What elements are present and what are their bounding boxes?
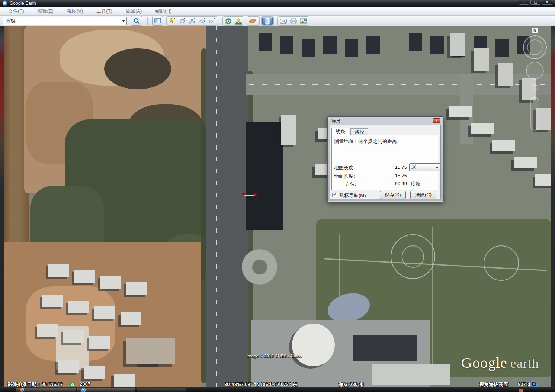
minimize-button[interactable]: – [519, 0, 529, 5]
compass-ring [523, 36, 546, 59]
map-tree-line [201, 48, 206, 383]
save-image-button[interactable] [299, 17, 308, 25]
watermark-google: Google [461, 354, 507, 372]
map-building-cluster [259, 33, 272, 51]
save-image-icon [300, 18, 307, 24]
chevron-down-icon [122, 20, 125, 22]
ruler-icon [265, 18, 270, 25]
taskbar-app-button-3[interactable] [137, 388, 186, 392]
map-park-circle-path [484, 245, 519, 281]
app-icon [3, 1, 7, 6]
add-path-button[interactable] [187, 17, 197, 25]
map-park-path [432, 227, 433, 376]
ruler-button[interactable] [262, 17, 273, 25]
save-button[interactable]: 保存(S) [380, 191, 406, 199]
clear-button[interactable]: 清除(C) [410, 191, 436, 199]
image-overlay-icon [199, 17, 206, 25]
menu-help[interactable]: 帮助(H) [150, 7, 177, 16]
google-earth-watermark: Google earth [461, 354, 539, 372]
map-road-vertical [206, 26, 248, 387]
maximize-button[interactable]: ▢ [530, 0, 540, 5]
toolbar-separator [147, 17, 148, 25]
map-road-lane-line [227, 26, 227, 387]
compass-north-label: N [533, 28, 536, 32]
map-road-lane-line [237, 26, 237, 387]
map-length-label: 地图长度: [334, 164, 355, 171]
dialog-close-button[interactable]: x [433, 118, 440, 123]
history-year: 2007 [80, 381, 90, 387]
window-border-left [0, 26, 4, 387]
taskbar-app-button-2[interactable] [77, 388, 135, 392]
map-length-value: 15.75 [384, 164, 407, 170]
sidebar-toggle-button[interactable] [152, 16, 163, 26]
toolbar-group-create [166, 16, 218, 26]
measure-endpoint-end[interactable] [254, 193, 257, 196]
mouse-nav-label: 鼠标导航(M) [339, 192, 366, 199]
title-bar[interactable]: Google Earth – ▢ x [0, 0, 555, 7]
heading-value: 90.49 [384, 181, 407, 186]
close-button[interactable]: x [542, 0, 552, 5]
add-image-overlay-button[interactable] [198, 17, 207, 25]
map-building-cluster [450, 33, 465, 56]
ruler-dialog-body: 线条 路径 测量地面上两个点之间的距离 地图长度: 15.75 米 地面长度: … [330, 125, 441, 199]
search-button[interactable] [131, 16, 142, 26]
map-building-dark-slab [246, 122, 283, 230]
mouse-nav-checkbox[interactable] [332, 193, 337, 197]
google-earth-window: N Google Earth – ▢ x 文件(F) 编辑(E) 视图(V) 工… [0, 0, 555, 392]
window-title: Google Earth [10, 1, 36, 6]
measure-line [244, 195, 255, 196]
toolbar-group-planets [247, 16, 260, 26]
map-building-dark [353, 335, 417, 361]
record-tour-button[interactable] [208, 17, 217, 25]
toolbar-group-share [278, 16, 309, 26]
satellite-map-viewport[interactable] [4, 26, 551, 387]
map-building [372, 364, 450, 385]
add-placemark-button[interactable] [167, 17, 177, 25]
search-icon [133, 17, 140, 24]
menu-view[interactable]: 视图(V) [62, 7, 88, 16]
placemark-icon [169, 17, 176, 25]
tab-path[interactable]: 路径 [350, 128, 368, 135]
ground-length-value: 15.75 [384, 173, 407, 179]
add-polygon-button[interactable] [177, 17, 187, 25]
menu-file[interactable]: 文件(F) [3, 7, 29, 16]
sunlight-button[interactable] [234, 17, 243, 25]
email-button[interactable] [279, 17, 288, 25]
planets-button[interactable] [248, 17, 259, 25]
print-button[interactable] [289, 17, 298, 25]
ruler-dialog[interactable]: 标尺 x 线条 路径 测量地面上两个点之间的距离 地图长度: 15.75 米 地… [327, 116, 443, 202]
polygon-icon [179, 17, 186, 25]
taskbar-app-icon-1 [19, 388, 24, 392]
search-input[interactable] [3, 18, 120, 24]
measurement-panel: 测量地面上两个点之间的距离 地图长度: 15.75 米 地面长度: 15.75 … [331, 135, 438, 190]
zoom-knob [532, 84, 538, 90]
search-combo[interactable] [3, 17, 127, 25]
map-plaza-circle-inner [252, 260, 267, 274]
unit-select[interactable]: 米 [409, 163, 440, 171]
taskbar[interactable] [0, 387, 555, 392]
tab-line[interactable]: 线条 [331, 128, 349, 135]
taskbar-app-button-1[interactable] [16, 388, 76, 392]
map-navigation-controls[interactable]: N [523, 27, 549, 142]
map-terrain-pit [104, 48, 171, 89]
taskbar-google-earth-icon [81, 388, 86, 392]
historical-imagery-button[interactable] [224, 17, 233, 25]
path-icon [189, 17, 196, 25]
taskbar-tray-icon[interactable] [519, 389, 523, 392]
search-dropdown-button[interactable] [120, 17, 126, 25]
imagery-attribution: Image © 2018 CNES / Airbus [247, 354, 302, 358]
print-icon [290, 18, 297, 24]
menu-bar: 文件(F) 编辑(E) 视图(V) 工具(T) 添加(A) 帮助(H) [0, 7, 555, 16]
map-building-cluster [48, 264, 69, 277]
chevron-down-icon [434, 167, 440, 168]
unit-selected: 米 [410, 164, 434, 171]
menu-edit[interactable]: 编辑(E) [32, 7, 59, 16]
map-road-lane-line [216, 26, 217, 387]
map-building [126, 338, 175, 364]
watermark-earth: earth [510, 356, 539, 371]
email-icon [280, 19, 287, 24]
heading-unit: 度数 [411, 181, 420, 187]
menu-tools[interactable]: 工具(T) [91, 7, 118, 16]
menu-add[interactable]: 添加(A) [121, 7, 147, 16]
zoom-slider [531, 97, 539, 130]
